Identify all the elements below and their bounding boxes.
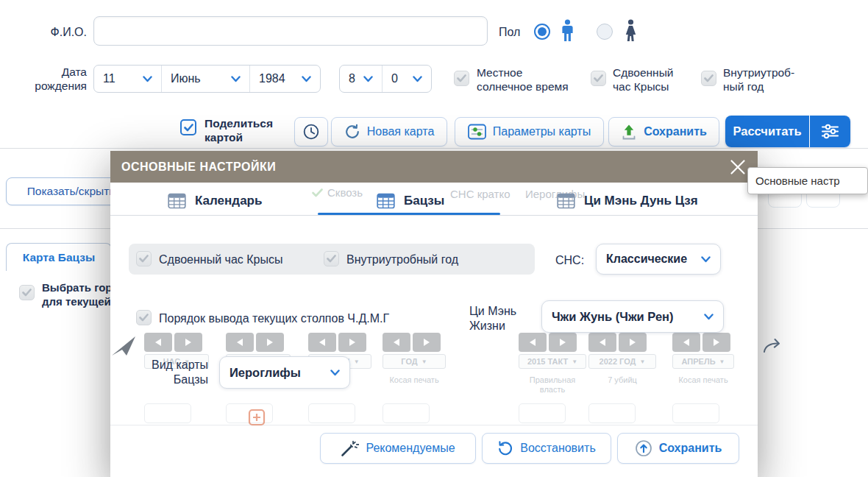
female-icon <box>621 19 641 43</box>
chart-view-value: Иероглифы <box>230 366 324 380</box>
qimen-life-value: Чжи Жунь (Чжи Рен) <box>552 310 698 324</box>
year-value: 1984 <box>259 72 296 85</box>
bazi-chart-tab[interactable]: Карта Бацзы <box>6 243 112 271</box>
close-button[interactable] <box>725 155 750 179</box>
recommended-button[interactable]: Рекомендуемые <box>320 433 476 464</box>
chevron-down-icon <box>302 76 311 82</box>
tab-calendar-label: Календарь <box>195 194 262 208</box>
show-hide-label: Показать/скрыть <box>27 185 115 198</box>
save-chart-button[interactable]: Сохранить <box>608 117 719 146</box>
footer-divider <box>110 425 758 425</box>
refresh-icon <box>344 124 360 140</box>
hour-select[interactable]: 8 <box>340 66 382 92</box>
dim-pillar-nav <box>672 333 730 352</box>
double-rat-hour-checkbox[interactable] <box>591 71 606 86</box>
dim-pillar-header: АПРЕЛЬ▼ <box>672 354 734 369</box>
tab-calendar[interactable]: Календарь <box>168 189 262 213</box>
qimen-grid-icon <box>557 193 575 209</box>
forward-arrow-icon[interactable] <box>762 337 784 355</box>
modal-intrauterine-checkbox[interactable] <box>324 251 339 266</box>
month-select[interactable]: Июнь <box>161 66 249 92</box>
birth-time-select-group: 8 0 <box>339 65 432 93</box>
restore-icon <box>497 440 513 456</box>
qimen-life-select[interactable]: Чжи Жунь (Чжи Рен) <box>541 300 724 333</box>
day-value: 11 <box>103 72 137 85</box>
dart-icon <box>110 332 137 358</box>
time-button[interactable] <box>294 117 328 146</box>
dim-pillar-nav <box>519 333 577 352</box>
tab-bazi-label: Бацзы <box>404 194 444 208</box>
check-icon <box>327 255 336 263</box>
chevron-down-icon <box>330 370 340 376</box>
chart-params-icon <box>468 124 486 140</box>
calculate-button[interactable]: Рассчитать <box>725 116 809 147</box>
chart-view-select[interactable]: Иероглифы <box>219 356 350 389</box>
save-chart-label: Сохранить <box>644 125 707 138</box>
select-city-checkbox[interactable] <box>19 285 35 300</box>
dim-ten-god: Косая печать <box>383 375 446 385</box>
upload-arrow-icon <box>621 124 637 140</box>
dim-option: СНС кратко <box>450 188 511 200</box>
chevron-down-icon <box>701 256 711 263</box>
modal-double-rat-checkbox[interactable] <box>136 251 152 266</box>
bazi-grid-icon <box>377 193 395 209</box>
dim-cell <box>519 403 566 423</box>
tab-qimen-label: Ци Мэнь Дунь Цзя <box>584 194 698 208</box>
fio-label: Ф.И.О. <box>15 25 87 39</box>
check-icon <box>312 188 323 197</box>
settings-modal: ОСНОВНЫЕ НАСТРОЙКИ Сквозь СНС кратко Иер… <box>110 151 758 477</box>
modal-intrauterine-label: Внутриутробный год <box>346 252 458 266</box>
dim-pillar-nav <box>226 333 284 352</box>
chevron-down-icon <box>231 76 241 82</box>
fio-input[interactable] <box>93 16 488 46</box>
local-solar-time-label: Местное солнечное время <box>477 66 574 93</box>
modal-title: ОСНОВНЫЕ НАСТРОЙКИ <box>121 160 276 174</box>
gender-female-radio[interactable] <box>597 24 613 40</box>
sns-select[interactable]: Классические <box>596 244 721 275</box>
tab-qimen[interactable]: Ци Мэнь Дунь Цзя <box>557 189 698 213</box>
minute-select[interactable]: 0 <box>382 66 431 92</box>
month-value: Июнь <box>171 72 225 85</box>
day-select[interactable]: 11 <box>94 66 161 92</box>
dim-option: Сквозь <box>312 186 363 199</box>
chart-view-label: Вид карты Бацзы <box>145 358 208 387</box>
dim-pillar-nav <box>383 333 441 352</box>
sns-label: СНС: <box>555 253 584 267</box>
app-root: Ф.И.О. Пол Дата рождения 11 Июнь 1984 8 <box>0 0 868 477</box>
calculate-label: Рассчитать <box>733 124 801 138</box>
qimen-life-label: Ци Мэнь Жизни <box>469 304 534 333</box>
dim-cell <box>308 403 355 423</box>
divider <box>0 148 868 149</box>
pillar-order-label: Порядок вывода текущих столпов Ч.Д.М.Г <box>159 311 389 325</box>
dim-ten-god: 7 убийц <box>588 375 656 385</box>
intrauterine-year-checkbox[interactable] <box>701 71 716 86</box>
calculate-button-group: Рассчитать <box>725 116 850 147</box>
chevron-down-icon <box>363 76 373 82</box>
dim-pillar-nav <box>144 333 202 352</box>
gender-male-radio[interactable] <box>534 24 550 40</box>
modal-header: ОСНОВНЫЕ НАСТРОЙКИ <box>110 151 758 183</box>
chevron-down-icon <box>143 76 152 82</box>
modal-save-button[interactable]: Сохранить <box>617 433 739 464</box>
share-chart-checkbox[interactable] <box>180 119 196 135</box>
dim-pillar-header: 2015 ТАКТ▼ <box>519 354 586 369</box>
restore-button[interactable]: Восстановить <box>482 433 611 464</box>
upload-circle-icon <box>635 439 652 457</box>
settings-sliders-button[interactable] <box>810 116 850 147</box>
year-select[interactable]: 1984 <box>249 66 320 92</box>
check-icon <box>139 255 149 263</box>
new-chart-button[interactable]: Новая карта <box>331 117 447 146</box>
chart-params-button[interactable]: Параметры карты <box>455 117 604 146</box>
check-icon <box>704 74 714 82</box>
chevron-down-icon <box>413 76 422 82</box>
tab-bazi[interactable]: Бацзы <box>377 189 444 213</box>
magic-wand-icon <box>341 439 359 457</box>
chart-params-label: Параметры карты <box>493 125 591 138</box>
close-icon <box>729 158 747 176</box>
male-icon <box>558 19 577 43</box>
local-solar-time-checkbox[interactable] <box>454 71 469 86</box>
check-icon <box>457 74 466 82</box>
pillar-order-checkbox[interactable] <box>136 310 152 325</box>
check-icon <box>184 124 193 132</box>
dim-pillar-header: ГОД▼ <box>383 354 446 369</box>
